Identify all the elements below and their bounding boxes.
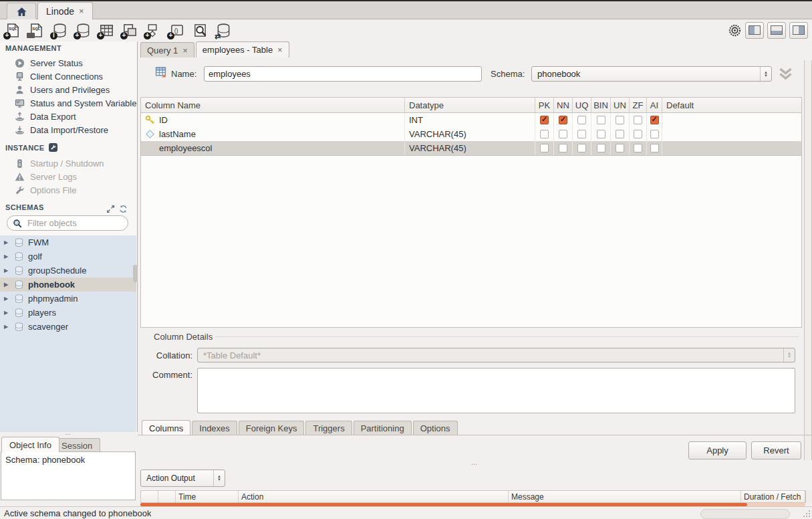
create-schema-button[interactable]: +	[73, 21, 93, 39]
output-header-duration[interactable]: Duration / Fetch	[741, 491, 805, 502]
column-row-id[interactable]: ID INT	[141, 113, 801, 127]
schema-row-scavenger[interactable]: ▶ scavenger	[0, 320, 136, 334]
tab-options[interactable]: Options	[413, 421, 458, 435]
search-table-data-button[interactable]	[190, 21, 210, 39]
create-function-button[interactable]: +	[166, 21, 186, 39]
toggle-left-sidebar-button[interactable]	[745, 22, 764, 39]
nn-checkbox[interactable]	[559, 130, 567, 138]
collation-select[interactable]: *Table Default* ▲▼	[197, 348, 795, 362]
window-resize-grip[interactable]	[803, 510, 811, 518]
zf-checkbox[interactable]	[634, 144, 642, 152]
un-checkbox[interactable]	[616, 144, 624, 152]
close-tab-icon[interactable]: ×	[182, 45, 188, 56]
column-row-employeescol[interactable]: employeescol VARCHAR(45)	[141, 141, 801, 156]
tab-session[interactable]: Session	[53, 438, 100, 452]
sidebar-item-users-privileges[interactable]: Users and Privileges	[0, 83, 137, 96]
header-pk[interactable]: PK	[535, 98, 554, 112]
un-checkbox[interactable]	[616, 116, 624, 124]
tab-foreign-keys[interactable]: Foreign Keys	[239, 421, 305, 435]
header-uq[interactable]: UQ	[573, 98, 591, 112]
sidebar-item-status-system-variables[interactable]: Status and System Variables	[0, 96, 137, 110]
expander-arrow-icon[interactable]: ▶	[4, 253, 10, 260]
header-column-name[interactable]: Column Name	[141, 98, 405, 112]
uq-checkbox[interactable]	[577, 116, 586, 124]
output-header-time[interactable]: Time	[176, 491, 239, 502]
open-sql-script-button[interactable]	[26, 21, 46, 39]
connection-tab-linode[interactable]: Linode ×	[37, 2, 93, 19]
tab-query-1[interactable]: Query 1 ×	[140, 42, 194, 58]
tab-triggers[interactable]: Triggers	[305, 421, 352, 435]
expander-arrow-icon[interactable]: ▶	[4, 310, 10, 316]
zf-checkbox[interactable]	[634, 116, 642, 124]
sidebar-scrollbar-thumb[interactable]	[133, 265, 138, 282]
sidebar-item-startup-shutdown[interactable]: Startup / Shutdown	[0, 157, 137, 170]
header-bin[interactable]: BIN	[591, 98, 611, 112]
uq-checkbox[interactable]	[577, 144, 586, 152]
sidebar-item-options-file[interactable]: Options File	[0, 183, 137, 197]
schema-row-groupschedule[interactable]: ▶ groupSchedule	[0, 264, 136, 278]
toggle-right-sidebar-button[interactable]	[789, 22, 808, 39]
ai-checkbox[interactable]	[650, 144, 659, 152]
bin-checkbox[interactable]	[597, 144, 605, 152]
collapse-header-chevrons-icon[interactable]	[777, 67, 794, 80]
tab-indexes[interactable]: Indexes	[192, 421, 237, 435]
create-table-button[interactable]: +	[96, 21, 116, 39]
tab-columns[interactable]: Columns	[142, 420, 190, 435]
tab-partitioning[interactable]: Partitioning	[354, 421, 412, 435]
tab-employees-table[interactable]: employees - Table ×	[196, 41, 289, 58]
expander-arrow-icon[interactable]: ▶	[4, 296, 10, 302]
spinner-arrows-icon[interactable]: ▲▼	[213, 470, 225, 486]
schema-row-phonebook[interactable]: ▶ phonebook	[0, 278, 136, 292]
new-sql-tab-button[interactable]: +	[3, 21, 23, 39]
toggle-bottom-panel-button[interactable]	[767, 22, 786, 39]
expand-schemas-icon[interactable]	[106, 205, 115, 213]
tab-object-info[interactable]: Object Info	[1, 437, 59, 452]
nn-checkbox[interactable]	[559, 144, 567, 152]
sidebar-item-data-import[interactable]: Data Import/Restore	[0, 123, 137, 136]
pk-checkbox[interactable]	[540, 130, 549, 138]
header-zf[interactable]: ZF	[630, 98, 647, 112]
column-row-lastname[interactable]: lastName VARCHAR(45)	[141, 127, 801, 141]
expander-arrow-icon[interactable]: ▶	[4, 324, 10, 330]
ai-checkbox[interactable]	[650, 116, 659, 124]
create-view-button[interactable]: +	[120, 21, 140, 39]
expander-arrow-icon[interactable]: ▶	[4, 282, 10, 288]
expander-arrow-icon[interactable]: ▶	[4, 239, 10, 245]
schema-inspector-button[interactable]: i	[49, 21, 70, 39]
home-tab[interactable]	[7, 3, 36, 19]
zf-checkbox[interactable]	[634, 130, 642, 138]
revert-button[interactable]: Revert	[751, 441, 801, 459]
nn-checkbox[interactable]	[559, 116, 567, 124]
header-datatype[interactable]: Datatype	[405, 98, 535, 112]
header-un[interactable]: UN	[611, 98, 630, 112]
ai-checkbox[interactable]	[650, 130, 659, 138]
refresh-schemas-icon[interactable]	[119, 205, 128, 213]
table-name-input[interactable]	[204, 66, 482, 82]
pk-checkbox[interactable]	[540, 144, 549, 152]
output-header-action[interactable]: Action	[239, 491, 509, 502]
sidebar-item-server-logs[interactable]: Server Logs	[0, 170, 137, 183]
expander-arrow-icon[interactable]: ▶	[4, 268, 10, 274]
header-ai[interactable]: AI	[647, 98, 662, 112]
output-selector[interactable]: Action Output ▲▼	[140, 470, 225, 487]
create-procedure-button[interactable]: +	[143, 21, 163, 39]
output-panel-splitter[interactable]: ⋯	[138, 462, 812, 468]
schema-select[interactable]: phonebook ▲▼	[531, 66, 772, 82]
un-checkbox[interactable]	[616, 130, 624, 138]
sidebar-item-client-connections[interactable]: Client Connections	[0, 70, 137, 83]
uq-checkbox[interactable]	[577, 130, 586, 138]
spinner-arrows-icon[interactable]: ▲▼	[760, 67, 771, 81]
pk-checkbox[interactable]	[540, 116, 549, 124]
schema-row-fwm[interactable]: ▶ FWM	[0, 235, 136, 249]
close-tab-icon[interactable]: ×	[277, 45, 283, 55]
output-vertical-scrollbar[interactable]	[805, 490, 812, 503]
sidebar-item-server-status[interactable]: Server Status	[0, 56, 137, 70]
bin-checkbox[interactable]	[597, 130, 605, 138]
schema-row-phpmyadmin[interactable]: ▶ phpmyadmin	[0, 292, 136, 306]
sidebar-item-data-export[interactable]: Data Export	[0, 110, 137, 123]
comment-textarea[interactable]	[197, 368, 795, 413]
reconnect-dbms-button[interactable]: ⇄	[213, 21, 233, 39]
schema-filter-input[interactable]	[26, 217, 122, 229]
apply-button[interactable]: Apply	[688, 441, 747, 459]
editor-vertical-scrollbar[interactable]	[804, 60, 812, 460]
